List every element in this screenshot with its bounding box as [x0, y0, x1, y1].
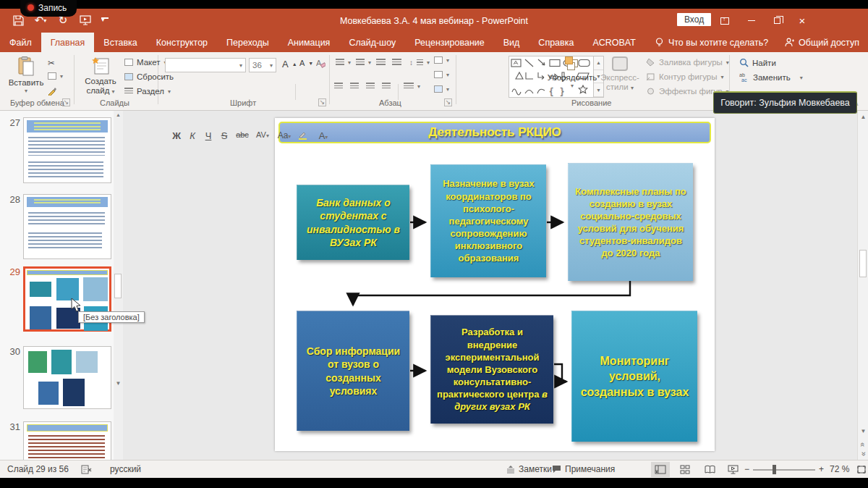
- new-slide-button[interactable]: Создать слайд ▾: [81, 56, 120, 96]
- diagram-box-info-collection[interactable]: Сбор информации от вузов о созданных усл…: [297, 311, 409, 431]
- reset-button[interactable]: Сбросить: [124, 72, 174, 81]
- scrollbar-thumb: [859, 250, 867, 277]
- columns-button[interactable]: ▾: [404, 83, 420, 90]
- align-right-icon[interactable]: [366, 83, 375, 90]
- zoom-slider-track[interactable]: [753, 469, 815, 471]
- bullets-button[interactable]: ▾: [336, 59, 351, 66]
- highlight-color-button[interactable]: [298, 130, 314, 140]
- diagram-box-model-development[interactable]: Разработка и внедрение экспериментальной…: [430, 315, 553, 424]
- ribbon-display-options-icon[interactable]: [712, 9, 737, 33]
- layout-button[interactable]: Макет▾: [124, 58, 167, 67]
- slide-thumbnail-28[interactable]: [23, 194, 111, 259]
- lightbulb-icon: [655, 38, 663, 48]
- align-left-icon[interactable]: [334, 83, 343, 90]
- strike-abc-button[interactable]: abc: [233, 130, 252, 139]
- spellcheck-icon[interactable]: [81, 460, 92, 478]
- clipboard-dialog-launcher[interactable]: ↘: [62, 98, 70, 106]
- tab-acrobat[interactable]: ACROBAT: [583, 33, 645, 52]
- language-indicator[interactable]: русский: [110, 460, 141, 478]
- tab-review[interactable]: Рецензирование: [405, 33, 494, 52]
- thumb-number-selected: 29: [4, 266, 20, 277]
- tab-home[interactable]: Главная: [41, 33, 95, 52]
- justify-icon[interactable]: [382, 83, 391, 90]
- shape-outline-button[interactable]: Контур фигуры▾: [646, 72, 723, 81]
- slide-thumbnail-31[interactable]: [23, 421, 111, 460]
- diagram-box-coordinators[interactable]: Назначение в вузах координаторов по псих…: [430, 164, 546, 277]
- diagram-box-databank[interactable]: Банк данных о студентах с инвалидностью …: [297, 185, 409, 260]
- align-center-icon[interactable]: [350, 83, 359, 90]
- sign-in-button[interactable]: Вход: [677, 13, 711, 26]
- paste-label: Вставить: [9, 78, 44, 88]
- tab-transitions[interactable]: Переходы: [217, 33, 278, 52]
- diagram-box-monitoring[interactable]: Мониторинг условий, созданных в вузах: [571, 311, 697, 442]
- share-button[interactable]: Общий доступ: [785, 33, 859, 52]
- normal-view-button[interactable]: [651, 462, 670, 477]
- decrease-font-icon[interactable]: А▼: [299, 59, 313, 67]
- arrange-button[interactable]: Упорядочить ▾: [548, 56, 596, 89]
- section-button[interactable]: Раздел▾: [124, 87, 171, 96]
- font-dialog-launcher[interactable]: ↘: [318, 98, 326, 106]
- slide-area-scrollbar[interactable]: ▲ ▼ « «: [857, 111, 868, 460]
- strikethrough-button[interactable]: S: [217, 130, 231, 141]
- decrease-indent-icon[interactable]: [376, 59, 386, 66]
- fit-to-window-button[interactable]: [852, 462, 868, 477]
- start-slideshow-icon[interactable]: [79, 14, 92, 27]
- font-name-combobox[interactable]: ▾: [165, 58, 246, 72]
- slide-29-canvas[interactable]: Деятельность РКЦИО Банк данных о студент…: [275, 118, 715, 451]
- thumbnails-scrollbar[interactable]: ▲ ▼: [114, 111, 123, 460]
- replace-button[interactable]: abac Заменить▾: [739, 72, 803, 83]
- slideshow-view-button[interactable]: [723, 462, 742, 477]
- format-painter-button[interactable]: [48, 87, 56, 96]
- paste-button[interactable]: Вставить ▾: [9, 56, 43, 94]
- convert-smartart-button[interactable]: ▾: [434, 85, 449, 93]
- restore-icon[interactable]: [765, 9, 789, 33]
- clear-formatting-icon[interactable]: А: [316, 59, 326, 68]
- reading-view-button[interactable]: [700, 462, 719, 477]
- find-button[interactable]: Найти: [739, 58, 776, 67]
- tab-insert[interactable]: Вставка: [94, 33, 146, 52]
- customize-qat-icon[interactable]: [101, 17, 109, 23]
- tab-slideshow[interactable]: Слайд-шоу: [339, 33, 405, 52]
- bold-button[interactable]: Ж: [169, 130, 184, 141]
- cut-button[interactable]: ✂: [48, 58, 55, 68]
- text-direction-button[interactable]: ▾: [434, 56, 449, 64]
- tab-design[interactable]: Конструктор: [147, 33, 217, 52]
- minimize-icon[interactable]: [739, 9, 764, 33]
- recording-badge: Запись: [20, 0, 77, 17]
- slide-sorter-button[interactable]: [676, 462, 694, 477]
- zoom-in-button[interactable]: +: [819, 460, 824, 478]
- line-spacing-button[interactable]: ↕▾: [409, 59, 430, 67]
- tab-animations[interactable]: Анимация: [278, 33, 340, 52]
- copy-button[interactable]: ▾: [48, 72, 63, 80]
- zoom-slider-thumb[interactable]: [773, 465, 776, 474]
- shape-fill-button[interactable]: Заливка фигуры▾: [646, 58, 729, 67]
- paragraph-group-label: Абзац: [379, 98, 401, 107]
- tab-view[interactable]: Вид: [494, 33, 529, 52]
- align-text-button[interactable]: ▾: [434, 71, 449, 78]
- underline-button[interactable]: Ч: [201, 130, 216, 141]
- change-case-button[interactable]: Aa▾: [275, 130, 294, 140]
- save-icon[interactable]: [12, 14, 25, 27]
- notes-button[interactable]: Заметки: [506, 460, 552, 478]
- increase-indent-icon[interactable]: [392, 59, 401, 66]
- replace-icon: abac: [739, 72, 749, 83]
- font-size-value: 36: [252, 61, 262, 70]
- tell-me-box[interactable]: Что вы хотите сделать?: [645, 33, 778, 52]
- comments-button[interactable]: Примечания: [552, 460, 615, 478]
- tab-help[interactable]: Справка: [529, 33, 583, 52]
- numbering-button[interactable]: ▾: [356, 59, 371, 66]
- font-size-combobox[interactable]: 36▾: [249, 58, 276, 72]
- character-spacing-button[interactable]: AV▾: [253, 130, 272, 139]
- diagram-box-complex-plans[interactable]: Комплексные планы по созданию в вузах со…: [568, 163, 693, 281]
- tab-file[interactable]: Файл: [0, 33, 41, 52]
- font-color-button[interactable]: А▾: [315, 130, 331, 141]
- quick-styles-button[interactable]: Экспресс- стили ▾: [599, 56, 641, 92]
- close-icon[interactable]: ×: [790, 9, 814, 33]
- italic-button[interactable]: К: [185, 130, 200, 141]
- zoom-out-button[interactable]: −: [744, 460, 749, 478]
- slide-thumbnail-27[interactable]: [23, 117, 111, 183]
- paragraph-dialog-launcher[interactable]: ↘: [444, 98, 452, 106]
- increase-font-icon[interactable]: А▲: [282, 59, 297, 70]
- slide-thumbnail-30[interactable]: [23, 346, 111, 409]
- zoom-level[interactable]: 72 %: [830, 460, 849, 478]
